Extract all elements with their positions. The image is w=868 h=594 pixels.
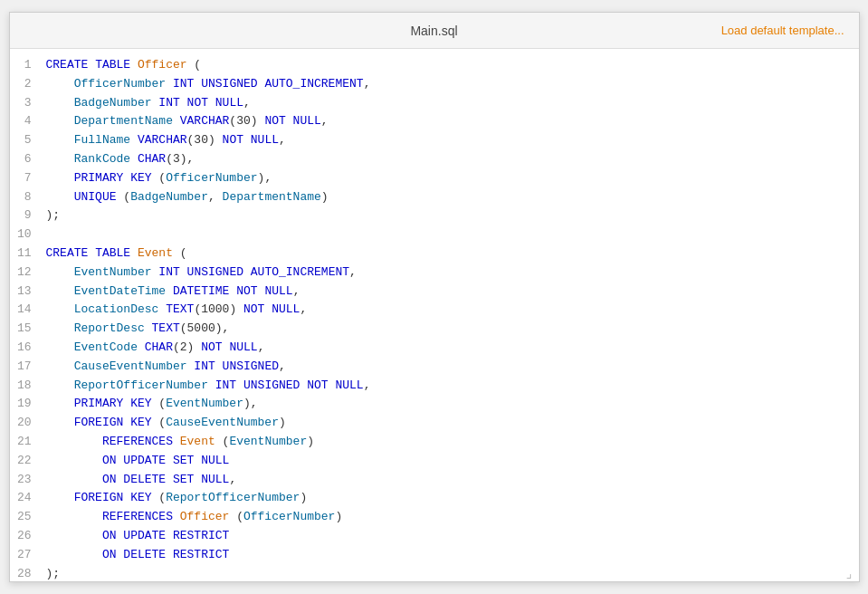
- table-row: 3 BadgeNumber INT NOT NULL,: [10, 94, 859, 113]
- line-number: 24: [10, 489, 43, 508]
- header-bar: Main.sql Load default template...: [10, 13, 859, 49]
- line-number: 28: [10, 565, 43, 581]
- resize-handle[interactable]: ⌟: [845, 568, 856, 579]
- line-content[interactable]: CREATE TABLE Officer (: [43, 56, 859, 75]
- table-row: 4 DepartmentName VARCHAR(30) NOT NULL,: [10, 112, 859, 131]
- line-number: 19: [10, 395, 43, 414]
- line-content[interactable]: OfficerNumber INT UNSIGNED AUTO_INCREMEN…: [43, 75, 859, 94]
- line-content[interactable]: );: [43, 565, 859, 581]
- line-number: 7: [10, 169, 43, 188]
- table-row: 25 REFERENCES Officer (OfficerNumber): [10, 508, 859, 527]
- table-row: 13 EventDateTime DATETIME NOT NULL,: [10, 283, 859, 302]
- line-content[interactable]: CauseEventNumber INT UNSIGNED,: [43, 358, 859, 377]
- line-number: 11: [10, 244, 43, 263]
- load-template-button[interactable]: Load default template...: [721, 24, 844, 37]
- line-content[interactable]: EventCode CHAR(2) NOT NULL,: [43, 339, 859, 358]
- line-number: 26: [10, 527, 43, 546]
- line-number: 22: [10, 452, 43, 471]
- table-row: 26 ON UPDATE RESTRICT: [10, 527, 859, 546]
- table-row: 6 RankCode CHAR(3),: [10, 150, 859, 169]
- table-row: 5 FullName VARCHAR(30) NOT NULL,: [10, 131, 859, 150]
- table-row: 10: [10, 225, 859, 244]
- line-number: 8: [10, 188, 43, 207]
- table-row: 12 EventNumber INT UNSIGNED AUTO_INCREME…: [10, 263, 859, 283]
- line-content[interactable]: PRIMARY KEY (EventNumber),: [43, 395, 859, 414]
- line-number: 2: [10, 75, 43, 94]
- line-content[interactable]: ON UPDATE SET NULL: [43, 452, 859, 471]
- line-number: 10: [10, 225, 43, 244]
- line-content[interactable]: CREATE TABLE Event (: [43, 244, 859, 263]
- line-number: 9: [10, 206, 43, 225]
- line-number: 14: [10, 301, 43, 320]
- line-number: 3: [10, 94, 43, 113]
- table-row: 1CREATE TABLE Officer (: [10, 56, 859, 75]
- line-number: 17: [10, 358, 43, 377]
- table-row: 16 EventCode CHAR(2) NOT NULL,: [10, 339, 859, 358]
- line-content[interactable]: );: [43, 206, 859, 225]
- line-number: 1: [10, 56, 43, 75]
- line-content[interactable]: ON DELETE SET NULL,: [43, 471, 859, 490]
- table-row: 21 REFERENCES Event (EventNumber): [10, 433, 859, 452]
- line-content[interactable]: LocationDesc TEXT(1000) NOT NULL,: [43, 301, 859, 320]
- file-title: Main.sql: [298, 24, 571, 38]
- line-content[interactable]: FullName VARCHAR(30) NOT NULL,: [43, 131, 859, 150]
- line-number: 20: [10, 414, 43, 433]
- line-content[interactable]: RankCode CHAR(3),: [43, 150, 859, 169]
- table-row: 11CREATE TABLE Event (: [10, 244, 859, 263]
- line-content[interactable]: ON UPDATE RESTRICT: [43, 527, 859, 546]
- table-row: 28);: [10, 565, 859, 581]
- table-row: 27 ON DELETE RESTRICT: [10, 546, 859, 565]
- table-row: 18 ReportOfficerNumber INT UNSIGNED NOT …: [10, 377, 859, 396]
- table-row: 9);: [10, 206, 859, 225]
- line-number: 27: [10, 546, 43, 565]
- table-row: 15 ReportDesc TEXT(5000),: [10, 320, 859, 339]
- table-row: 23 ON DELETE SET NULL,: [10, 471, 859, 490]
- line-number: 5: [10, 131, 43, 150]
- line-content[interactable]: FOREIGN KEY (ReportOfficerNumber): [43, 489, 859, 508]
- line-number: 25: [10, 508, 43, 527]
- main-window: Main.sql Load default template... 1CREAT…: [9, 12, 860, 582]
- line-content[interactable]: DepartmentName VARCHAR(30) NOT NULL,: [43, 112, 859, 131]
- line-content[interactable]: PRIMARY KEY (OfficerNumber),: [43, 169, 859, 188]
- line-number: 4: [10, 112, 43, 131]
- table-row: 7 PRIMARY KEY (OfficerNumber),: [10, 169, 859, 188]
- line-content[interactable]: REFERENCES Event (EventNumber): [43, 433, 859, 452]
- line-content[interactable]: REFERENCES Officer (OfficerNumber): [43, 508, 859, 527]
- line-content[interactable]: EventNumber INT UNSIGNED AUTO_INCREMENT,: [43, 263, 859, 283]
- line-content[interactable]: [43, 225, 859, 244]
- line-number: 21: [10, 433, 43, 452]
- table-row: 19 PRIMARY KEY (EventNumber),: [10, 395, 859, 414]
- line-content[interactable]: UNIQUE (BadgeNumber, DepartmentName): [43, 188, 859, 207]
- line-content[interactable]: BadgeNumber INT NOT NULL,: [43, 94, 859, 113]
- code-editor[interactable]: 1CREATE TABLE Officer (2 OfficerNumber I…: [10, 49, 859, 581]
- line-content[interactable]: ReportOfficerNumber INT UNSIGNED NOT NUL…: [43, 377, 859, 396]
- line-number: 16: [10, 339, 43, 358]
- line-content[interactable]: EventDateTime DATETIME NOT NULL,: [43, 283, 859, 302]
- table-row: 17 CauseEventNumber INT UNSIGNED,: [10, 358, 859, 377]
- line-number: 6: [10, 150, 43, 169]
- line-number: 15: [10, 320, 43, 339]
- table-row: 22 ON UPDATE SET NULL: [10, 452, 859, 471]
- table-row: 2 OfficerNumber INT UNSIGNED AUTO_INCREM…: [10, 75, 859, 94]
- line-content[interactable]: ON DELETE RESTRICT: [43, 546, 859, 565]
- line-content[interactable]: FOREIGN KEY (CauseEventNumber): [43, 414, 859, 433]
- table-row: 8 UNIQUE (BadgeNumber, DepartmentName): [10, 188, 859, 207]
- table-row: 20 FOREIGN KEY (CauseEventNumber): [10, 414, 859, 433]
- code-table: 1CREATE TABLE Officer (2 OfficerNumber I…: [10, 56, 859, 581]
- table-row: 24 FOREIGN KEY (ReportOfficerNumber): [10, 489, 859, 508]
- line-number: 12: [10, 263, 43, 283]
- line-number: 23: [10, 471, 43, 490]
- line-number: 18: [10, 377, 43, 396]
- table-row: 14 LocationDesc TEXT(1000) NOT NULL,: [10, 301, 859, 320]
- line-content[interactable]: ReportDesc TEXT(5000),: [43, 320, 859, 339]
- line-number: 13: [10, 283, 43, 302]
